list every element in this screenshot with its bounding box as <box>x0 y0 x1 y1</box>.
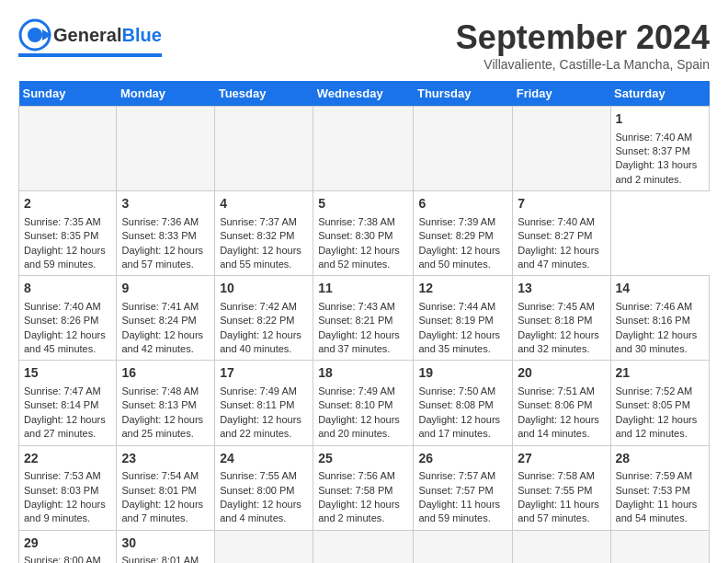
calendar-cell: 19Sunrise: 7:50 AMSunset: 8:08 PMDayligh… <box>414 361 513 445</box>
day-number: 16 <box>121 364 210 383</box>
calendar-table: SundayMondayTuesdayWednesdayThursdayFrid… <box>18 81 710 563</box>
logo: GeneralBlue <box>18 18 162 57</box>
logo-blue: Blue <box>121 25 161 45</box>
title-block: September 2024 Villavaliente, Castille-L… <box>456 18 710 72</box>
calendar-cell: 25Sunrise: 7:56 AMSunset: 7:58 PMDayligh… <box>313 445 414 530</box>
calendar-cell: 16Sunrise: 7:48 AMSunset: 8:13 PMDayligh… <box>117 361 215 445</box>
day-number: 27 <box>518 450 605 468</box>
logo-bar <box>18 53 162 57</box>
calendar-cell: 15Sunrise: 7:47 AMSunset: 8:14 PMDayligh… <box>19 361 117 445</box>
calendar-cell: 8Sunrise: 7:40 AMSunset: 8:26 PMDaylight… <box>19 276 117 361</box>
calendar-cell-empty <box>414 107 513 191</box>
calendar-cell: 11Sunrise: 7:43 AMSunset: 8:21 PMDayligh… <box>313 276 414 361</box>
calendar-cell: 29Sunrise: 8:00 AMSunset: 7:52 PMDayligh… <box>19 530 117 563</box>
day-number: 18 <box>318 364 408 383</box>
day-number: 19 <box>418 364 507 383</box>
day-header-tuesday: Tuesday <box>215 81 313 107</box>
calendar-cell: 28Sunrise: 7:59 AMSunset: 7:53 PMDayligh… <box>610 445 709 530</box>
calendar-cell: 7Sunrise: 7:40 AMSunset: 8:27 PMDaylight… <box>513 191 610 276</box>
calendar-cell: 26Sunrise: 7:57 AMSunset: 7:57 PMDayligh… <box>414 445 513 530</box>
day-number: 17 <box>220 364 308 383</box>
calendar-cell: 20Sunrise: 7:51 AMSunset: 8:06 PMDayligh… <box>513 361 610 445</box>
day-number: 23 <box>121 450 210 468</box>
calendar-cell-empty <box>513 107 610 191</box>
calendar-cell-empty <box>313 107 414 191</box>
day-number: 8 <box>24 280 111 298</box>
day-number: 1 <box>616 110 704 129</box>
day-header-saturday: Saturday <box>610 81 709 107</box>
day-number: 12 <box>418 280 507 298</box>
day-header-sunday: Sunday <box>19 81 117 107</box>
calendar-cell: 14Sunrise: 7:46 AMSunset: 8:16 PMDayligh… <box>610 276 709 361</box>
logo-general: General <box>53 25 121 45</box>
day-number: 6 <box>418 195 507 213</box>
day-number: 21 <box>616 364 704 383</box>
calendar-cell: 12Sunrise: 7:44 AMSunset: 8:19 PMDayligh… <box>414 276 513 361</box>
calendar-cell: 17Sunrise: 7:49 AMSunset: 8:11 PMDayligh… <box>215 361 313 445</box>
day-number: 7 <box>518 195 605 213</box>
calendar-cell: 22Sunrise: 7:53 AMSunset: 8:03 PMDayligh… <box>19 445 117 530</box>
calendar-week-row: 15Sunrise: 7:47 AMSunset: 8:14 PMDayligh… <box>19 361 710 445</box>
calendar-header-row: SundayMondayTuesdayWednesdayThursdayFrid… <box>19 81 710 107</box>
page-header: GeneralBlue September 2024 Villavaliente… <box>18 18 710 72</box>
calendar-cell: 13Sunrise: 7:45 AMSunset: 8:18 PMDayligh… <box>513 276 610 361</box>
calendar-cell: 10Sunrise: 7:42 AMSunset: 8:22 PMDayligh… <box>215 276 313 361</box>
calendar-cell <box>313 530 414 563</box>
calendar-cell <box>610 530 709 563</box>
calendar-cell <box>513 530 610 563</box>
day-number: 10 <box>220 280 308 298</box>
month-title: September 2024 <box>456 18 710 57</box>
calendar-cell: 4Sunrise: 7:37 AMSunset: 8:32 PMDaylight… <box>215 191 313 276</box>
calendar-cell <box>215 530 313 563</box>
day-number: 24 <box>220 450 308 468</box>
day-number: 2 <box>24 195 111 213</box>
day-number: 3 <box>121 195 210 213</box>
day-number: 30 <box>121 534 210 553</box>
day-number: 14 <box>616 280 704 298</box>
calendar-cell: 5Sunrise: 7:38 AMSunset: 8:30 PMDaylight… <box>313 191 414 276</box>
calendar-cell: 27Sunrise: 7:58 AMSunset: 7:55 PMDayligh… <box>513 445 610 530</box>
day-number: 20 <box>518 364 605 383</box>
calendar-cell: 24Sunrise: 7:55 AMSunset: 8:00 PMDayligh… <box>215 445 313 530</box>
day-number: 11 <box>318 280 408 298</box>
calendar-cell-empty <box>19 107 117 191</box>
day-number: 15 <box>24 364 111 383</box>
calendar-week-row: 29Sunrise: 8:00 AMSunset: 7:52 PMDayligh… <box>19 530 710 563</box>
calendar-cell: 3Sunrise: 7:36 AMSunset: 8:33 PMDaylight… <box>117 191 215 276</box>
calendar-cell <box>414 530 513 563</box>
calendar-cell-empty <box>215 107 313 191</box>
day-number: 29 <box>24 534 111 553</box>
day-number: 22 <box>24 450 111 468</box>
svg-point-1 <box>28 28 42 42</box>
day-header-wednesday: Wednesday <box>313 81 414 107</box>
calendar-week-row: 22Sunrise: 7:53 AMSunset: 8:03 PMDayligh… <box>19 445 710 530</box>
day-number: 9 <box>121 280 210 298</box>
day-number: 4 <box>220 195 308 213</box>
calendar-cell: 30Sunrise: 8:01 AMSunset: 7:50 PMDayligh… <box>117 530 215 563</box>
calendar-week-row: 1Sunrise: 7:40 AMSunset: 8:37 PMDaylight… <box>19 107 710 191</box>
day-number: 13 <box>518 280 605 298</box>
calendar-cell: 6Sunrise: 7:39 AMSunset: 8:29 PMDaylight… <box>414 191 513 276</box>
calendar-cell: 1Sunrise: 7:40 AMSunset: 8:37 PMDaylight… <box>610 107 709 191</box>
day-number: 5 <box>318 195 408 213</box>
day-header-thursday: Thursday <box>414 81 513 107</box>
day-header-friday: Friday <box>513 81 610 107</box>
day-number: 26 <box>418 450 507 468</box>
calendar-week-row: 2Sunrise: 7:35 AMSunset: 8:35 PMDaylight… <box>19 191 710 276</box>
calendar-cell: 23Sunrise: 7:54 AMSunset: 8:01 PMDayligh… <box>117 445 215 530</box>
calendar-cell-empty <box>117 107 215 191</box>
calendar-cell: 2Sunrise: 7:35 AMSunset: 8:35 PMDaylight… <box>19 191 117 276</box>
calendar-cell: 18Sunrise: 7:49 AMSunset: 8:10 PMDayligh… <box>313 361 414 445</box>
location: Villavaliente, Castille-La Mancha, Spain <box>456 57 710 72</box>
day-header-monday: Monday <box>117 81 215 107</box>
day-number: 25 <box>318 450 408 468</box>
calendar-cell: 9Sunrise: 7:41 AMSunset: 8:24 PMDaylight… <box>117 276 215 361</box>
calendar-week-row: 8Sunrise: 7:40 AMSunset: 8:26 PMDaylight… <box>19 276 710 361</box>
calendar-cell: 21Sunrise: 7:52 AMSunset: 8:05 PMDayligh… <box>610 361 709 445</box>
day-number: 28 <box>616 450 704 468</box>
